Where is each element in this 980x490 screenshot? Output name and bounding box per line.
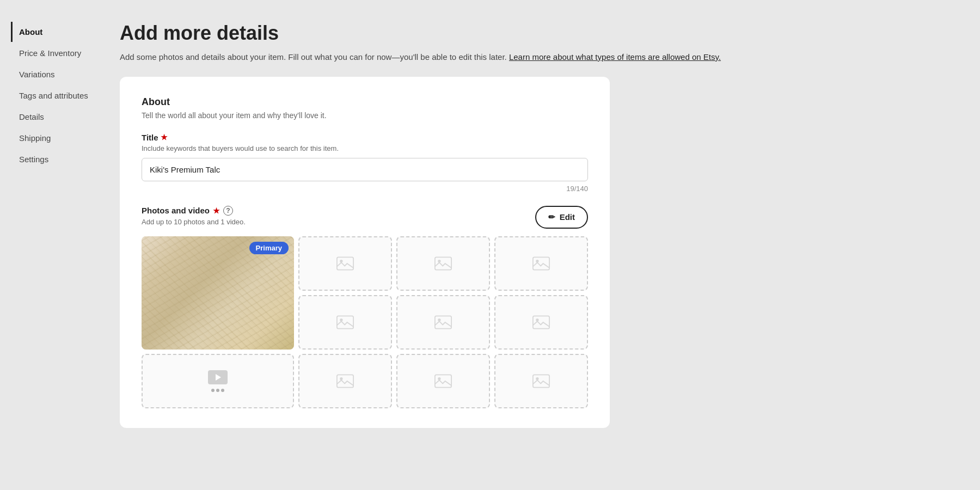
primary-badge: Primary xyxy=(249,242,289,254)
image-placeholder-icon xyxy=(434,256,452,271)
image-placeholder-icon xyxy=(434,373,452,389)
sidebar-item-settings[interactable]: Settings xyxy=(11,149,98,169)
required-star: ★ xyxy=(161,133,168,142)
photo-slot-3[interactable] xyxy=(396,236,490,291)
photo-slot-8[interactable] xyxy=(298,354,392,408)
photos-required-star: ★ xyxy=(213,206,220,215)
image-placeholder-icon xyxy=(434,315,452,330)
photos-label: Photos and video ★ ? xyxy=(142,206,246,216)
svg-rect-6 xyxy=(337,316,353,328)
image-placeholder-icon xyxy=(532,315,550,330)
help-icon[interactable]: ? xyxy=(223,206,233,216)
sidebar-item-tags-attributes[interactable]: Tags and attributes xyxy=(11,85,98,106)
title-label: Title ★ xyxy=(142,133,588,142)
main-content: Add more details Add some photos and det… xyxy=(98,0,980,490)
svg-rect-0 xyxy=(337,257,353,270)
image-placeholder-icon xyxy=(336,315,354,330)
about-card: About Tell the world all about your item… xyxy=(120,77,610,428)
learn-more-link[interactable]: Learn more about what types of items are… xyxy=(509,52,721,62)
sidebar-item-variations[interactable]: Variations xyxy=(11,64,98,84)
about-section-subtitle: Tell the world all about your item and w… xyxy=(142,111,588,120)
photo-slot-10[interactable] xyxy=(494,354,588,408)
title-input[interactable] xyxy=(142,158,588,181)
svg-rect-14 xyxy=(435,375,451,387)
photos-label-group: Photos and video ★ ? Add up to 10 photos… xyxy=(142,206,246,226)
sidebar-nav: AboutPrice & InventoryVariationsTags and… xyxy=(11,22,98,169)
photo-slot-2[interactable] xyxy=(298,236,392,291)
video-icon xyxy=(208,370,228,392)
svg-rect-12 xyxy=(337,375,353,387)
photos-grid: Primary xyxy=(142,236,588,408)
sidebar-item-about[interactable]: About xyxy=(11,22,98,42)
pencil-icon: ✏ xyxy=(548,212,555,222)
photo-slot-9[interactable] xyxy=(396,354,490,408)
sidebar-item-details[interactable]: Details xyxy=(11,107,98,127)
page-title: Add more details xyxy=(120,22,947,45)
image-placeholder-icon xyxy=(336,256,354,271)
svg-rect-8 xyxy=(435,316,451,328)
svg-rect-10 xyxy=(533,316,549,328)
title-hint: Include keywords that buyers would use t… xyxy=(142,144,588,152)
svg-rect-2 xyxy=(435,257,451,270)
sidebar-item-price-inventory[interactable]: Price & Inventory xyxy=(11,43,98,63)
edit-button[interactable]: ✏ Edit xyxy=(535,206,588,229)
svg-rect-16 xyxy=(533,375,549,387)
photo-slot-6[interactable] xyxy=(396,295,490,350)
photo-slot-5[interactable] xyxy=(298,295,392,350)
image-placeholder-icon xyxy=(336,373,354,389)
photos-header: Photos and video ★ ? Add up to 10 photos… xyxy=(142,206,588,229)
video-slot[interactable] xyxy=(142,354,294,408)
image-placeholder-icon xyxy=(532,373,550,389)
photo-slot-4[interactable] xyxy=(494,236,588,291)
sidebar: AboutPrice & InventoryVariationsTags and… xyxy=(0,0,98,490)
image-placeholder-icon xyxy=(532,256,550,271)
primary-photo[interactable]: Primary xyxy=(142,236,294,350)
about-section-title: About xyxy=(142,96,588,108)
char-count: 19/140 xyxy=(142,185,588,193)
sidebar-item-shipping[interactable]: Shipping xyxy=(11,128,98,148)
photo-slot-7[interactable] xyxy=(494,295,588,350)
page-subtitle: Add some photos and details about your i… xyxy=(120,51,947,64)
svg-rect-4 xyxy=(533,257,549,270)
photos-hint: Add up to 10 photos and 1 video. xyxy=(142,218,246,226)
